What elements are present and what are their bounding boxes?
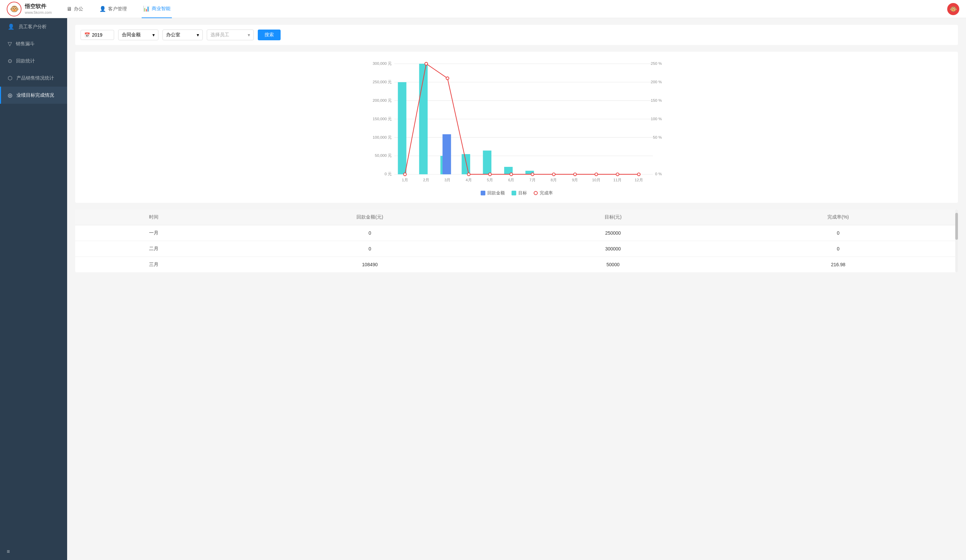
scrollbar-thumb[interactable] <box>955 213 958 240</box>
bar-mubiao-1 <box>398 82 406 174</box>
chart-container: 300,000 元 250,000 元 200,000 元 150,000 元 … <box>75 52 958 203</box>
year-filter[interactable]: 📅 2019 <box>80 30 114 40</box>
cell-month-2: 三月 <box>75 257 232 273</box>
svg-text:50,000 元: 50,000 元 <box>375 153 392 158</box>
employee-filter[interactable]: 选择员工 ▾ <box>207 30 254 40</box>
bar-huikuan-3 <box>442 134 451 174</box>
table-row: 一月 0 250000 0 <box>75 225 958 241</box>
svg-text:200 %: 200 % <box>651 80 662 84</box>
svg-text:0 元: 0 元 <box>384 172 392 176</box>
svg-text:11月: 11月 <box>613 177 622 182</box>
bi-icon: 📊 <box>143 5 150 12</box>
department-filter[interactable]: 办公室 ▾ <box>163 30 203 40</box>
table-row: 二月 0 300000 0 <box>75 241 958 257</box>
performance-icon: ◎ <box>8 92 12 99</box>
th-mubiao: 目标(元) <box>508 210 718 225</box>
cell-huikuan-2: 108490 <box>232 257 508 273</box>
dot-5 <box>489 173 491 176</box>
employee-icon: 👤 <box>8 23 15 30</box>
svg-text:50 %: 50 % <box>653 135 662 139</box>
cell-wancheng-0: 0 <box>718 225 958 241</box>
dot-6 <box>510 173 513 176</box>
chevron-down-icon3: ▾ <box>248 32 250 38</box>
dot-2 <box>425 62 428 65</box>
logo-sub-text: www.5kcrm.com <box>25 10 52 15</box>
payment-icon: ⊙ <box>8 58 12 64</box>
th-huikuan: 回款金额(元) <box>232 210 508 225</box>
nav-item-customer[interactable]: 👤 客户管理 <box>98 0 128 18</box>
th-month: 时间 <box>75 210 232 225</box>
cell-mubiao-0: 250000 <box>508 225 718 241</box>
dot-10 <box>595 173 598 176</box>
year-value: 2019 <box>92 32 102 38</box>
legend-mubiao-label: 目标 <box>518 190 527 196</box>
cell-wancheng-1: 0 <box>718 241 958 257</box>
sidebar-item-performance[interactable]: ◎ 业绩目标完成情况 <box>0 87 67 104</box>
dot-11 <box>616 173 619 176</box>
calendar-icon: 📅 <box>84 32 90 38</box>
dot-12 <box>637 173 640 176</box>
nav-item-bi[interactable]: 📊 商业智能 <box>142 0 172 18</box>
cell-mubiao-2: 50000 <box>508 257 718 273</box>
type-value: 合同金额 <box>122 32 141 38</box>
top-nav: 🐵 悟空软件 www.5kcrm.com 🖥 办公 👤 客户管理 📊 商业智能 … <box>0 0 966 18</box>
sidebar-item-employee-analysis[interactable]: 👤 员工客户分析 <box>0 18 67 35</box>
nav-label-office: 办公 <box>74 6 83 12</box>
svg-text:6月: 6月 <box>508 177 514 182</box>
legend-wancheng: 完成率 <box>534 190 553 196</box>
bar-mubiao-5 <box>483 150 491 174</box>
chart-wrap: 300,000 元 250,000 元 200,000 元 150,000 元 … <box>82 58 951 186</box>
svg-text:10月: 10月 <box>592 177 600 182</box>
svg-text:7月: 7月 <box>529 177 536 182</box>
main-layout: 👤 员工客户分析 ▽ 销售漏斗 ⊙ 回款统计 ⬡ 产品销售情况统计 ◎ 业绩目标… <box>0 18 966 560</box>
funnel-icon: ▽ <box>8 41 12 47</box>
svg-text:250 %: 250 % <box>651 61 662 66</box>
type-filter[interactable]: 合同金额 ▾ <box>118 30 158 40</box>
legend-wancheng-icon <box>534 191 538 195</box>
svg-text:3月: 3月 <box>444 177 450 182</box>
sidebar-label-funnel: 销售漏斗 <box>16 41 34 47</box>
cell-huikuan-0: 0 <box>232 225 508 241</box>
dot-3 <box>446 77 449 80</box>
sidebar-item-sales-funnel[interactable]: ▽ 销售漏斗 <box>0 35 67 53</box>
logo-icon: 🐵 <box>7 2 21 16</box>
legend-mubiao-icon <box>511 191 516 195</box>
legend-wancheng-label: 完成率 <box>540 190 553 196</box>
svg-text:300,000 元: 300,000 元 <box>373 61 392 66</box>
logo: 🐵 悟空软件 www.5kcrm.com <box>7 2 52 16</box>
cell-month-0: 一月 <box>75 225 232 241</box>
scrollbar-track[interactable] <box>955 210 958 272</box>
cell-mubiao-1: 300000 <box>508 241 718 257</box>
sidebar-label-employee: 员工客户分析 <box>18 24 47 30</box>
sidebar-item-product-sales[interactable]: ⬡ 产品销售情况统计 <box>0 69 67 87</box>
svg-text:2月: 2月 <box>423 177 429 182</box>
cell-month-1: 二月 <box>75 241 232 257</box>
chart-svg: 300,000 元 250,000 元 200,000 元 150,000 元 … <box>82 58 951 186</box>
sidebar: 👤 员工客户分析 ▽ 销售漏斗 ⊙ 回款统计 ⬡ 产品销售情况统计 ◎ 业绩目标… <box>0 18 67 560</box>
svg-text:150 %: 150 % <box>651 98 662 102</box>
svg-text:9月: 9月 <box>572 177 578 182</box>
filter-bar: 📅 2019 合同金额 ▾ 办公室 ▾ 选择员工 ▾ 搜索 <box>75 25 958 45</box>
th-wancheng: 完成率(%) <box>718 210 958 225</box>
svg-text:0 %: 0 % <box>655 172 662 176</box>
search-button[interactable]: 搜索 <box>258 30 281 40</box>
sidebar-label-product: 产品销售情况统计 <box>16 75 54 81</box>
dot-1 <box>403 173 406 176</box>
svg-text:100 %: 100 % <box>651 117 662 121</box>
dot-9 <box>573 173 576 176</box>
user-avatar[interactable]: 🐵 <box>947 3 959 15</box>
nav-item-office[interactable]: 🖥 办公 <box>65 0 85 18</box>
svg-text:200,000 元: 200,000 元 <box>373 98 392 102</box>
sidebar-collapse-button[interactable]: ≡ <box>0 543 67 560</box>
main-content: 📅 2019 合同金额 ▾ 办公室 ▾ 选择员工 ▾ 搜索 300,0 <box>67 18 966 560</box>
chart-legend: 回款金额 目标 完成率 <box>82 190 951 196</box>
legend-huikuan-label: 回款金额 <box>487 190 505 196</box>
chevron-down-icon2: ▾ <box>197 32 199 38</box>
logo-main-text: 悟空软件 <box>25 3 52 10</box>
sidebar-label-payment: 回款统计 <box>16 58 35 64</box>
department-value: 办公室 <box>166 32 180 38</box>
svg-text:8月: 8月 <box>551 177 557 182</box>
dot-4 <box>467 173 470 176</box>
svg-text:5月: 5月 <box>487 177 493 182</box>
sidebar-item-payment-stats[interactable]: ⊙ 回款统计 <box>0 53 67 69</box>
